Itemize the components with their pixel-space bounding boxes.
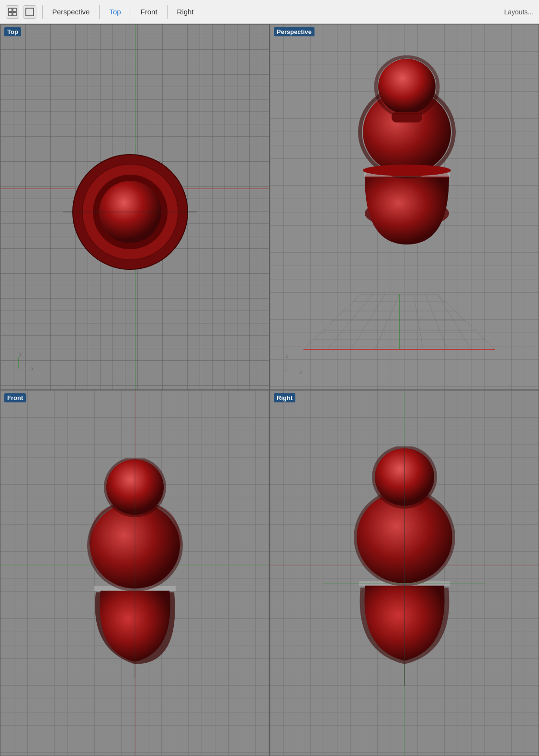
viewport-label-perspective: Perspective: [274, 27, 314, 36]
svg-text:x: x: [31, 366, 34, 371]
svg-line-38: [438, 294, 495, 349]
tab-right[interactable]: Right: [173, 6, 198, 18]
separator-1: [42, 5, 43, 19]
tab-front[interactable]: Front: [137, 6, 161, 18]
svg-rect-1: [13, 8, 16, 11]
tab-perspective[interactable]: Perspective: [48, 6, 93, 18]
layouts-button[interactable]: Layouts...: [504, 8, 533, 16]
perspective-floor: [280, 273, 539, 361]
svg-rect-3: [13, 12, 16, 16]
viewport-grid: y x Top: [0, 24, 539, 756]
svg-line-33: [375, 294, 399, 349]
viewport-top[interactable]: y x Top: [0, 24, 270, 390]
viewport-perspective[interactable]: z x Perspective: [270, 24, 539, 390]
svg-line-43: [281, 372, 285, 376]
svg-text:x: x: [300, 370, 302, 375]
separator-2: [99, 5, 100, 19]
object-front-view: [0, 390, 269, 756]
viewport-label-top: Top: [4, 27, 21, 36]
svg-text:y: y: [19, 351, 22, 356]
viewport-label-front: Front: [4, 393, 26, 402]
svg-rect-4: [26, 8, 34, 16]
object-top-view: [0, 24, 269, 389]
object-right-view: [270, 390, 539, 756]
viewport-label-right: Right: [274, 393, 295, 402]
svg-point-18: [363, 165, 451, 176]
single-layout-icon[interactable]: [23, 5, 36, 19]
separator-3: [131, 5, 131, 19]
svg-line-35: [414, 294, 423, 349]
svg-marker-46: [284, 370, 287, 372]
svg-text:z: z: [286, 354, 288, 359]
toolbar: Perspective Top Front Right Layouts...: [0, 0, 539, 24]
svg-line-31: [327, 294, 373, 349]
svg-line-36: [426, 294, 447, 349]
viewport-front[interactable]: Front: [0, 390, 270, 756]
viewport-right[interactable]: Right: [270, 390, 539, 756]
axis-indicator-perspective: z x: [280, 354, 303, 380]
axis-indicator-top: y x: [14, 350, 38, 376]
svg-line-30: [303, 294, 361, 349]
svg-rect-0: [9, 8, 12, 11]
svg-rect-2: [9, 12, 12, 16]
grid-layout-icon[interactable]: [6, 5, 19, 19]
tab-top[interactable]: Top: [105, 6, 124, 18]
svg-point-19: [378, 59, 436, 114]
svg-line-32: [351, 294, 385, 349]
separator-4: [167, 5, 168, 19]
